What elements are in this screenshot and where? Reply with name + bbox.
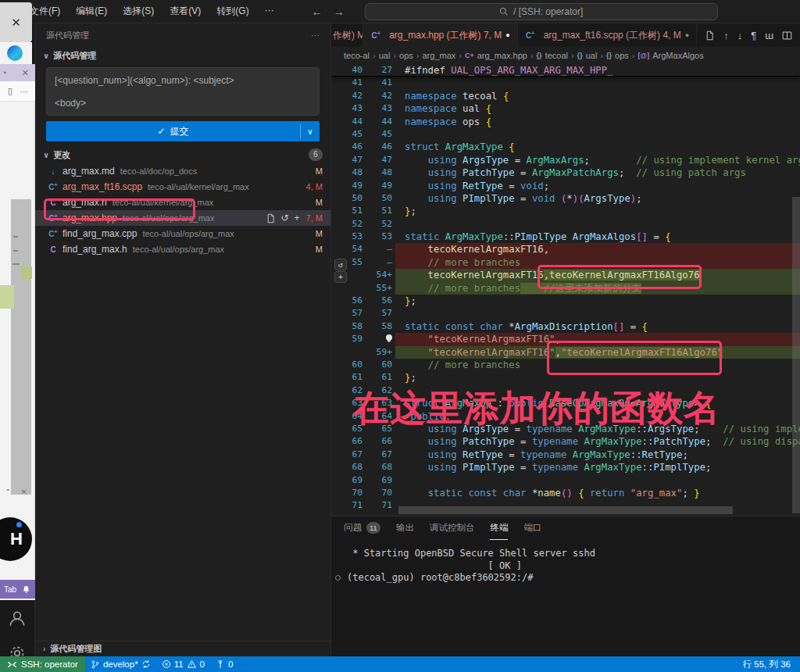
prev-change-icon[interactable]: ↑	[723, 30, 729, 41]
breadcrumb[interactable]: teco-al›ual›ops›arg_max›C+arg_max.hpp›{}…	[331, 47, 800, 64]
ports-indicator[interactable]: 0	[210, 659, 238, 670]
panel-tab-0[interactable]: 问题11	[344, 517, 380, 540]
code-line[interactable]: 54– tecoKernelArgmaxFT16,	[331, 243, 800, 256]
problems-indicator[interactable]: 11 0	[156, 659, 210, 669]
code-line[interactable]: 4027#ifndef UAL_OPS_ARG_MAX_ARG_MAX_HPP_	[331, 64, 800, 77]
command-center-search[interactable]: / [SSH: operator]	[365, 3, 718, 20]
menu-item-2[interactable]: 选择(S)	[116, 2, 160, 20]
more-icon[interactable]: ···	[20, 87, 28, 96]
menu-item-1[interactable]: 编辑(E)	[70, 2, 113, 20]
menu-item-3[interactable]: 查看(V)	[163, 2, 207, 20]
editor-vertical-scrollbar[interactable]	[792, 197, 800, 513]
code-line[interactable]: 6565 using ArgsType = typename ArgMaxTyp…	[331, 423, 800, 435]
code-line[interactable]: 54+ tecoKernelArgmaxFT16,tecoKernelArgma…	[331, 269, 800, 281]
file-row-arg_max.h[interactable]: Carg_max.hteco-al/ual/kernel/arg_maxM	[35, 195, 330, 210]
next-change-icon[interactable]: ↓	[738, 30, 743, 41]
breadcrumb-item[interactable]: tecoal	[545, 51, 568, 60]
commit-button[interactable]: ✓ 提交 ∨	[46, 121, 320, 141]
panel-tab-3[interactable]: 终端	[490, 517, 508, 540]
code-line[interactable]: 5656};	[331, 295, 800, 307]
code-line[interactable]: 5151};	[331, 205, 800, 217]
file-row-arg_max.hpp[interactable]: C+arg_max.hppteco-al/ual/ops/arg_max↺+7,…	[35, 210, 330, 226]
close-icon[interactable]: ✕	[20, 488, 27, 496]
close-icon[interactable]: ✕	[22, 68, 29, 78]
file-row-arg_max.md[interactable]: ↓arg_max.mdteco-al/doc/op_docsM	[35, 163, 330, 179]
code-line[interactable]: 55– // more branches	[331, 256, 800, 269]
code-line[interactable]: 6060 // more branches	[331, 359, 800, 371]
commit-dropdown-button[interactable]: ∨	[301, 121, 320, 141]
editor-tab-1[interactable]: C+arg_max.hpp (工作树) 7, M●	[363, 23, 517, 47]
panel-tab-1[interactable]: 输出	[396, 517, 414, 540]
file-row-arg_max_ft16.scpp[interactable]: C+arg_max_ft16.scppteco-al/ual/kernel/ar…	[35, 179, 330, 195]
code-line[interactable]: 6161};	[331, 371, 800, 384]
split-editor-icon[interactable]	[782, 30, 792, 41]
stage-icon[interactable]: +	[295, 213, 300, 223]
code-line[interactable]: 5757	[331, 307, 800, 320]
editor-horizontal-scrollbar[interactable]	[398, 506, 733, 514]
command-decoration-icon[interactable]	[335, 575, 341, 581]
pilcrow-icon[interactable]: ¶	[751, 30, 756, 41]
code-line[interactable]: 5858static const char *ArgMaxDiscription…	[331, 320, 800, 333]
code-line[interactable]: 4444namespace ops {	[331, 116, 800, 128]
code-line[interactable]: 4141	[331, 77, 800, 89]
code-line[interactable]: 4646struct ArgMaxType {	[331, 141, 800, 153]
sidebar-more-icon[interactable]: ···	[311, 30, 320, 40]
code-line[interactable]: 4949 using RetType = void;	[331, 180, 800, 192]
breadcrumb-item[interactable]: ops	[615, 51, 629, 60]
code-line[interactable]: 5050 using PImplType = void (*)(ArgsType…	[331, 192, 800, 205]
code-line[interactable]: 5252	[331, 218, 800, 231]
branch-indicator[interactable]: develop*	[85, 659, 156, 670]
h-logo[interactable]: H	[0, 517, 32, 561]
breadcrumb-item[interactable]: ops	[399, 51, 413, 60]
code-line[interactable]: 4242namespace tecoal {	[331, 90, 800, 102]
nav-forward-icon[interactable]: →	[334, 5, 345, 18]
code-line[interactable]: 6464 public:	[331, 410, 800, 423]
discard-icon[interactable]: ↺	[281, 213, 289, 223]
open-file-icon[interactable]	[705, 30, 715, 41]
overlay-window-close[interactable]: ✕	[0, 2, 32, 42]
source-control-graph-section[interactable]: › 源代码管理图	[35, 641, 330, 656]
breadcrumb-item[interactable]: ual	[586, 51, 598, 60]
changes-section-header[interactable]: ∨ 更改 6	[35, 146, 330, 163]
code-line[interactable]: 4545	[331, 128, 800, 141]
split-editor-icon[interactable]	[782, 30, 792, 41]
code-line[interactable]: 6666 using PatchType = typename ArgMaxTy…	[331, 435, 800, 448]
breadcrumb-item[interactable]: arg_max	[422, 51, 455, 60]
code-line[interactable]: 4747 using ArgsType = ArgMaxArgs; // usi…	[331, 154, 800, 166]
open-file-icon[interactable]	[266, 213, 276, 223]
cursor-position[interactable]: 行 55, 列 36	[743, 659, 800, 670]
lightbulb-icon[interactable]	[386, 334, 392, 341]
stage-change-icon[interactable]: +	[334, 271, 347, 283]
copilot-icon[interactable]	[7, 45, 23, 61]
editor-tab-2[interactable]: C+arg_max_ft16.scpp (工作树) 4, M●	[518, 23, 698, 47]
terminal-output[interactable]: * Starting OpenBSD Secure Shell server s…	[331, 540, 800, 656]
code-line[interactable]: 5353static ArgMaxType::PImplType ArgMaxA…	[331, 231, 800, 243]
code-line[interactable]: 6262	[331, 384, 800, 397]
split-icon[interactable]: ▯	[8, 86, 12, 96]
code-line[interactable]: 6767 using RetType = typename ArgMaxType…	[331, 449, 800, 461]
menu-item-4[interactable]: 转到(G)	[210, 2, 255, 20]
code-line[interactable]: 55+ // more branches //这里未添加新的分支	[331, 282, 800, 295]
file-row-find_arg_max.cpp[interactable]: C+find_arg_max.cppteco-al/ual/ops/arg_ma…	[35, 226, 330, 241]
source-control-section[interactable]: ∨ 源代码管理	[35, 47, 330, 64]
nav-back-icon[interactable]: ←	[312, 5, 323, 18]
code-line[interactable]: 59 "tecoKernelArgmaxFT16",	[331, 333, 800, 345]
breadcrumb-item[interactable]: ual	[379, 51, 391, 60]
editor-tab-0[interactable]: 作树) M●	[331, 23, 363, 47]
breadcrumb-item[interactable]: teco-al	[344, 51, 370, 60]
code-line[interactable]: 59+ "tecoKernelArgmaxFT16","tecoKernelAr…	[331, 346, 800, 359]
file-row-find_arg_max.h[interactable]: Cfind_arg_max.hteco-al/ual/ops/arg_maxM	[35, 241, 330, 257]
code-line[interactable]: 7070 static const char *name() { return …	[331, 487, 800, 499]
code-line[interactable]: 6969	[331, 474, 800, 487]
menu-item-5[interactable]: ···	[259, 2, 280, 20]
breadcrumb-item[interactable]: ArgMaxAlgos	[652, 51, 703, 60]
commit-message-input[interactable]: [<question_num>](<algo_num>): <subject> …	[46, 67, 320, 116]
remote-indicator[interactable]: SSH: operator	[0, 656, 85, 672]
breadcrumb-item[interactable]: arg_max.hpp	[477, 51, 527, 60]
code-line[interactable]: 6363struct ArgMaxOp : public BaseOpArgMa…	[331, 397, 800, 409]
code-line[interactable]: 6868 using PImplType = typename ArgMaxTy…	[331, 461, 800, 474]
revert-change-icon[interactable]: ↺	[334, 259, 347, 270]
panel-tab-2[interactable]: 调试控制台	[430, 517, 475, 540]
code-line[interactable]: 4343namespace ual {	[331, 102, 800, 115]
code-line[interactable]: 4848 using PatchType = ArgMaxPatchArgs; …	[331, 166, 800, 179]
